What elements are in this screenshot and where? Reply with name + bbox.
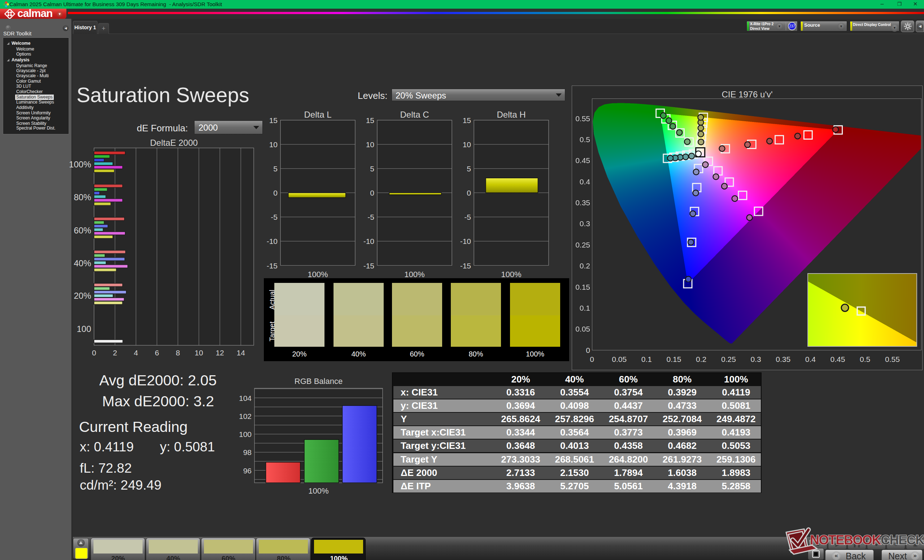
- svg-text:5: 5: [273, 165, 278, 173]
- svg-text:0: 0: [370, 189, 374, 197]
- svg-text:-5: -5: [368, 213, 374, 221]
- svg-text:-10: -10: [460, 237, 471, 246]
- svg-text:20%: 20%: [74, 291, 91, 301]
- svg-text:Delta L: Delta L: [304, 110, 332, 120]
- svg-text:-15: -15: [267, 262, 278, 270]
- svg-text:6: 6: [155, 349, 159, 357]
- svg-text:15: 15: [463, 116, 471, 124]
- svg-text:102: 102: [239, 412, 252, 420]
- svg-text:100%: 100%: [404, 270, 424, 278]
- svg-text:40%: 40%: [74, 258, 91, 268]
- svg-text:4: 4: [134, 349, 138, 357]
- svg-text:60%: 60%: [74, 226, 91, 235]
- svg-text:0: 0: [467, 189, 471, 197]
- svg-text:-15: -15: [363, 262, 374, 270]
- svg-text:-10: -10: [363, 237, 374, 246]
- svg-text:RGB Balance: RGB Balance: [294, 377, 342, 386]
- svg-text:5: 5: [467, 165, 471, 173]
- svg-text:-5: -5: [464, 213, 471, 221]
- svg-text:8: 8: [176, 349, 180, 357]
- svg-text:10: 10: [195, 349, 203, 357]
- svg-text:0: 0: [92, 349, 96, 357]
- svg-text:15: 15: [269, 116, 278, 124]
- svg-text:14: 14: [237, 349, 245, 357]
- svg-text:100: 100: [239, 430, 252, 439]
- svg-text:-5: -5: [271, 213, 278, 221]
- svg-text:100: 100: [76, 324, 91, 334]
- svg-text:15: 15: [366, 116, 374, 124]
- svg-text:104: 104: [239, 394, 252, 402]
- svg-text:10: 10: [463, 140, 471, 149]
- svg-text:0: 0: [273, 189, 278, 197]
- svg-text:Delta C: Delta C: [400, 110, 429, 120]
- svg-text:5: 5: [370, 165, 374, 173]
- svg-text:100%: 100%: [308, 487, 328, 496]
- svg-text:96: 96: [243, 467, 252, 475]
- svg-text:DeltaE 2000: DeltaE 2000: [150, 138, 198, 148]
- svg-text:100%: 100%: [69, 159, 91, 169]
- svg-text:Delta H: Delta H: [496, 110, 525, 120]
- svg-text:80%: 80%: [74, 192, 91, 202]
- svg-text:NOTEBOOKCHECK: NOTEBOOKCHECK: [810, 533, 924, 547]
- svg-text:98: 98: [243, 448, 252, 457]
- svg-text:10: 10: [269, 140, 278, 149]
- svg-text:-10: -10: [267, 237, 278, 246]
- svg-text:100%: 100%: [501, 270, 521, 278]
- svg-text:2: 2: [113, 349, 117, 357]
- svg-text:10: 10: [366, 140, 374, 149]
- svg-text:12: 12: [216, 349, 224, 357]
- svg-text:-15: -15: [460, 262, 471, 270]
- svg-text:100%: 100%: [308, 270, 328, 278]
